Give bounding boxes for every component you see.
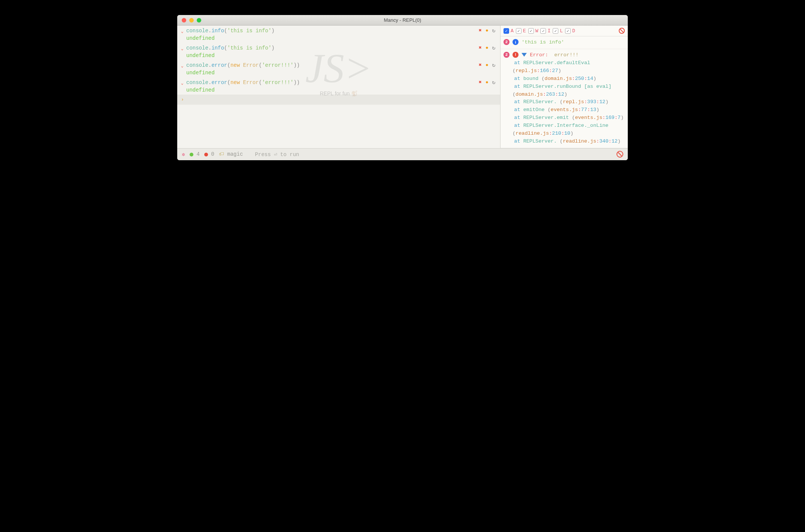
filter-label: L bbox=[560, 28, 564, 34]
console-info-text: 'this is info' bbox=[522, 39, 564, 45]
tag-text: magic bbox=[227, 151, 243, 157]
filter-label: E bbox=[523, 28, 527, 34]
repl-entry: ⌄console.error(new Error('error!!!'))✖●↻… bbox=[177, 60, 500, 77]
repl-code[interactable]: console.info('this is info') bbox=[186, 45, 478, 51]
content-area: JS> REPL for fun 🐒 ⌄console.info('this i… bbox=[177, 26, 628, 148]
delete-entry-icon[interactable]: ✖ bbox=[478, 45, 483, 50]
rerun-entry-icon[interactable]: ↻ bbox=[491, 80, 496, 85]
repl-entry: ⌄console.error(new Error('error!!!'))✖●↻… bbox=[177, 77, 500, 95]
rerun-entry-icon[interactable]: ↻ bbox=[491, 28, 496, 33]
filter-label: A bbox=[511, 28, 514, 34]
filter-checkbox-d[interactable]: ✓ bbox=[565, 28, 571, 34]
gear-icon[interactable]: ✲ bbox=[182, 151, 185, 158]
window-title: Mancy - REPL(0) bbox=[177, 17, 628, 23]
count-badge: 2 bbox=[504, 52, 510, 58]
stack-frame: at REPLServer.runBound [as eval] (domain… bbox=[505, 83, 625, 99]
collapse-entry-icon[interactable]: ● bbox=[484, 80, 490, 85]
repl-result: undefined bbox=[181, 87, 496, 93]
entry-actions: ✖●↻ bbox=[478, 28, 496, 33]
repl-code[interactable]: console.info('this is info') bbox=[186, 28, 478, 34]
green-dot-icon bbox=[190, 153, 193, 156]
console-info-entry[interactable]: 2 i 'this is info' bbox=[500, 36, 628, 49]
titlebar: Mancy - REPL(0) bbox=[177, 15, 628, 26]
run-hint: Press ⏎ to run bbox=[255, 151, 299, 158]
repl-entry: ⌄console.info('this is info')✖●↻undefine… bbox=[177, 43, 500, 60]
console-error-entry[interactable]: 2 ! Error: error!!! at REPLServer.defaul… bbox=[500, 49, 628, 148]
expand-toggle-icon[interactable] bbox=[522, 53, 527, 57]
filter-label: W bbox=[535, 28, 539, 34]
rerun-entry-icon[interactable]: ↻ bbox=[491, 45, 496, 50]
collapse-chevron-icon[interactable]: ⌄ bbox=[181, 45, 186, 51]
repl-result: undefined bbox=[181, 70, 496, 76]
stack-frame: at REPLServer. (readline.js:340:12) bbox=[505, 138, 625, 146]
collapse-entry-icon[interactable]: ● bbox=[484, 62, 490, 68]
red-dot-icon bbox=[204, 153, 208, 156]
repl-result: undefined bbox=[181, 35, 496, 41]
clear-console-icon[interactable] bbox=[619, 28, 625, 34]
tag-icon: 🏷 bbox=[219, 151, 224, 157]
entry-actions: ✖●↻ bbox=[478, 62, 496, 68]
delete-entry-icon[interactable]: ✖ bbox=[478, 62, 483, 68]
clear-icon[interactable] bbox=[617, 151, 623, 158]
console-filter-bar: ✓A✓E✓W✓I✓L✓D bbox=[500, 26, 628, 36]
prompt-row[interactable]: › bbox=[177, 95, 500, 105]
stack-frame: at REPLServer.Interface._onLine (readlin… bbox=[505, 122, 625, 138]
filter-checkbox-a[interactable]: ✓ bbox=[504, 28, 509, 34]
info-icon: i bbox=[513, 39, 519, 45]
collapse-chevron-icon[interactable]: ⌄ bbox=[181, 28, 186, 34]
filter-checkbox-i[interactable]: ✓ bbox=[540, 28, 546, 34]
rerun-entry-icon[interactable]: ↻ bbox=[491, 62, 496, 68]
app-window: Mancy - REPL(0) JS> REPL for fun 🐒 ⌄cons… bbox=[177, 15, 628, 160]
ok-count-group: 4 bbox=[190, 151, 200, 157]
entry-actions: ✖●↻ bbox=[478, 80, 496, 85]
tag-group[interactable]: 🏷 magic bbox=[219, 151, 243, 157]
collapse-entry-icon[interactable]: ● bbox=[484, 28, 490, 33]
status-bar: ✲ 4 0 🏷 magic Press ⏎ to run bbox=[177, 148, 628, 160]
stack-frame: at REPLServer. (repl.js:393:12) bbox=[505, 98, 625, 106]
filter-checkbox-l[interactable]: ✓ bbox=[553, 28, 558, 34]
stack-trace: at REPLServer.defaultEval (repl.js:166:2… bbox=[504, 59, 625, 146]
count-badge: 2 bbox=[504, 39, 510, 45]
filter-label: D bbox=[572, 28, 576, 34]
collapse-chevron-icon[interactable]: ⌄ bbox=[181, 80, 186, 86]
entry-actions: ✖●↻ bbox=[478, 45, 496, 50]
repl-result: undefined bbox=[181, 53, 496, 59]
err-count-group: 0 bbox=[204, 151, 214, 157]
repl-entry: ⌄console.info('this is info')✖●↻undefine… bbox=[177, 26, 500, 43]
error-icon: ! bbox=[513, 52, 519, 58]
collapse-chevron-icon[interactable]: ⌄ bbox=[181, 62, 186, 68]
error-label: Error: bbox=[530, 52, 548, 58]
err-count: 0 bbox=[211, 151, 214, 157]
delete-entry-icon[interactable]: ✖ bbox=[478, 80, 483, 85]
filter-checkbox-e[interactable]: ✓ bbox=[516, 28, 522, 34]
delete-entry-icon[interactable]: ✖ bbox=[478, 28, 483, 33]
stack-frame: at REPLServer.emit (events.js:169:7) bbox=[505, 114, 625, 122]
stack-frame: at REPLServer.defaultEval (repl.js:166:2… bbox=[505, 59, 625, 75]
ok-count: 4 bbox=[196, 151, 199, 157]
stack-frame: at bound (domain.js:250:14) bbox=[505, 75, 625, 83]
filter-label: I bbox=[547, 28, 551, 34]
console-pane: ✓A✓E✓W✓I✓L✓D 2 i 'this is info' 2 ! Erro… bbox=[500, 26, 628, 148]
error-message: error!!! bbox=[554, 52, 579, 58]
collapse-entry-icon[interactable]: ● bbox=[484, 45, 490, 50]
repl-pane[interactable]: JS> REPL for fun 🐒 ⌄console.info('this i… bbox=[177, 26, 500, 148]
stack-frame: at emitOne (events.js:77:13) bbox=[505, 106, 625, 114]
repl-code[interactable]: console.error(new Error('error!!!')) bbox=[186, 80, 478, 86]
filter-checkbox-w[interactable]: ✓ bbox=[528, 28, 534, 34]
prompt-chevron-icon: › bbox=[181, 97, 186, 102]
repl-code[interactable]: console.error(new Error('error!!!')) bbox=[186, 62, 478, 68]
